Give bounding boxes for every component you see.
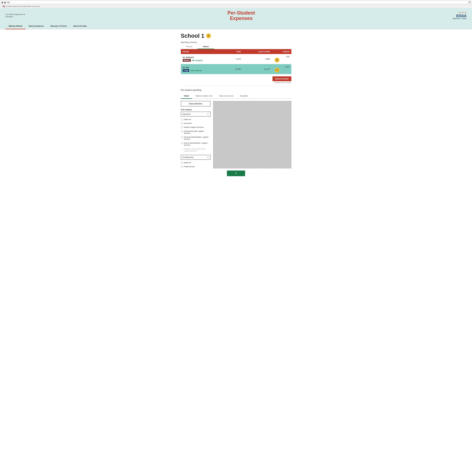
- lang-cn[interactable]: CN: [464, 12, 467, 14]
- chart-section: Clear selections Sub-category Expenses ▼…: [181, 99, 291, 168]
- checkbox-instructional-staff-label: Instructional staff, support services: [184, 130, 210, 134]
- funding-section: Funding level ▼ Select all Federal funds: [181, 155, 210, 168]
- checkbox-instructional-staff[interactable]: Instructional staff, support services: [181, 129, 210, 135]
- checkbox-federal-funds-input[interactable]: [181, 166, 183, 168]
- per-student-label: Per-student spending:: [181, 89, 291, 91]
- spending-table: School Total Local & State Federal ##. S…: [181, 49, 291, 74]
- main-nav: Data by School Data by Expense Glossary …: [0, 23, 472, 29]
- lang-sp[interactable]: SP: [462, 12, 464, 14]
- checkbox-instruction-input[interactable]: [181, 122, 183, 124]
- site-header: Your State Department of Education Per-S…: [0, 8, 472, 23]
- select-schools-button[interactable]: Select Schools: [272, 76, 291, 81]
- lang-links: EN SP CN: [453, 12, 467, 14]
- school-name: School 1: [181, 33, 204, 39]
- clear-selections-button[interactable]: Clear selections: [181, 101, 210, 106]
- checkbox-select-all-expenses[interactable]: Select all: [181, 118, 210, 121]
- school-info-you: ##. You Large 1229 students: [183, 67, 223, 72]
- checkbox-select-all-funding-input[interactable]: [181, 162, 183, 164]
- site-title: Per-Student Expenses: [227, 10, 255, 21]
- local-state-you: 10,157: [243, 64, 272, 74]
- select-schools-area: Select Schools Compare up to 4 schools.: [181, 76, 291, 83]
- tab-simplified[interactable]: Simplified: [236, 93, 251, 99]
- checkbox-select-all-expenses-label: Select all: [184, 119, 191, 120]
- spending-summary-label: Spending summary: [181, 41, 291, 43]
- browser-forward[interactable]: ▶: [4, 1, 6, 3]
- col-total: Total: [225, 49, 243, 54]
- sub-category-label: Sub-category: [181, 109, 210, 111]
- checkbox-instructional-staff-input[interactable]: [181, 130, 183, 132]
- nav-glossary[interactable]: Glossary of Terms: [47, 23, 70, 29]
- sidebar-filters: Clear selections Sub-category Expenses ▼…: [181, 99, 210, 168]
- checkbox-general-admin-label: General administration, support services: [184, 136, 210, 140]
- bottom-green-button[interactable]: ▼: [227, 170, 245, 176]
- browser-chrome: ◀ ▶ ↻ ☰: [0, 0, 472, 5]
- students-count-1: 462 students: [192, 59, 203, 61]
- table-row: ##. School 8 Medium 462 students 5,175 4…: [181, 54, 291, 64]
- total-you: 11,500: [225, 64, 243, 74]
- checkbox-student-support-input[interactable]: [181, 126, 183, 128]
- checkbox-federal-funds[interactable]: Federal funds: [181, 165, 210, 168]
- expenses-dropdown-label: Expenses: [182, 113, 191, 115]
- col-school: School: [181, 49, 225, 54]
- gov-banner: 🇺🇸 An official website of the United Sta…: [0, 5, 472, 8]
- nav-data-by-school[interactable]: Data by School: [5, 23, 25, 29]
- divider: [181, 86, 291, 86]
- school-name-row-you: ##. You: [183, 67, 223, 68]
- gov-banner-text: An official website of the United States…: [6, 5, 40, 7]
- checkbox-select-all-expenses-input[interactable]: [181, 119, 183, 120]
- table-row-highlighted: ##. You Large 1229 students 11,500 10,15…: [181, 64, 291, 74]
- checkbox-school-admin-input[interactable]: [181, 142, 183, 144]
- title-line1: Per-Student: [227, 10, 255, 16]
- nav-about-data[interactable]: About the Data: [70, 23, 90, 29]
- compare-note: Compare up to 4 schools.: [274, 82, 291, 83]
- checkbox-select-all-funding[interactable]: Select all: [181, 161, 210, 165]
- students-count-you: 1229 students: [190, 69, 202, 71]
- checkbox-instruction[interactable]: Instruction: [181, 121, 210, 125]
- essa-text: ESSA: [453, 14, 467, 18]
- report-card-text: REPORT CARD: [453, 18, 467, 19]
- view-tabs: Chart Table (in dollars US) Table (in pe…: [181, 93, 291, 99]
- bottom-btn-area: ▼: [181, 170, 291, 176]
- funding-checkbox-list: Select all Federal funds: [181, 161, 210, 168]
- school-cell: ##. School 8 Medium 462 students: [181, 54, 225, 64]
- title-line2: Expenses: [227, 16, 255, 21]
- size-badge-large: Large: [183, 69, 189, 72]
- tab-table-percent[interactable]: Table (in percent): [216, 93, 236, 99]
- col-federal: Federal: [272, 49, 291, 54]
- school-num-you: ##. You: [183, 67, 189, 68]
- tab-chart[interactable]: Chart: [181, 93, 192, 99]
- checkbox-student-support[interactable]: Student Support Services: [181, 125, 210, 129]
- essa-logo: EN SP CN ESSA REPORT CARD: [453, 12, 467, 19]
- expenses-dropdown[interactable]: Expenses ▼: [181, 112, 210, 117]
- local-state-1: 4,600: [243, 54, 272, 64]
- school-badge[interactable]: C: [206, 34, 211, 38]
- table-header-row: School Total Local & State Federal: [181, 49, 291, 54]
- tab-percent[interactable]: Percent: [181, 44, 198, 49]
- browser-refresh[interactable]: ↻: [7, 1, 9, 3]
- browser-back[interactable]: ◀: [1, 1, 3, 3]
- checkbox-general-admin[interactable]: General administration, support services: [181, 135, 210, 141]
- size-badge-medium: Medium: [183, 59, 191, 62]
- nav-data-by-expense[interactable]: Data by Expense: [25, 23, 47, 29]
- federal-you: 1,343 C: [272, 64, 291, 74]
- checkbox-federal-funds-label: Federal funds: [184, 166, 195, 168]
- school-num-1: ##. School 8: [183, 56, 194, 58]
- address-bar[interactable]: [10, 1, 468, 4]
- lang-en[interactable]: EN: [459, 12, 461, 14]
- total-1: 5,175: [225, 54, 243, 64]
- row-badge-you[interactable]: C: [275, 68, 279, 72]
- checkbox-school-admin[interactable]: School administration, support services: [181, 141, 210, 147]
- checkbox-student-support-label: Student Support Services: [184, 126, 204, 128]
- checkbox-operation-maintenance: Operation and maintenance, support servi…: [181, 147, 210, 153]
- checkbox-school-admin-label: School administration, support services: [184, 142, 210, 146]
- tab-dollars[interactable]: Dollars: [198, 44, 214, 49]
- checkbox-instruction-label: Instruction: [184, 122, 192, 124]
- checkbox-general-admin-input[interactable]: [181, 136, 183, 138]
- school-heading: School 1 C: [181, 33, 291, 39]
- checkbox-operation-maintenance-label: Operation and maintenance, support servi…: [184, 148, 210, 152]
- funding-dropdown[interactable]: Funding level ▼: [181, 155, 210, 160]
- browser-menu-icon[interactable]: ☰: [469, 1, 471, 3]
- tab-table-dollars[interactable]: Table (in dollars US): [192, 93, 216, 99]
- page-content: School 1 C Spending summary Percent Doll…: [175, 29, 297, 179]
- row-badge-1[interactable]: C: [275, 58, 279, 62]
